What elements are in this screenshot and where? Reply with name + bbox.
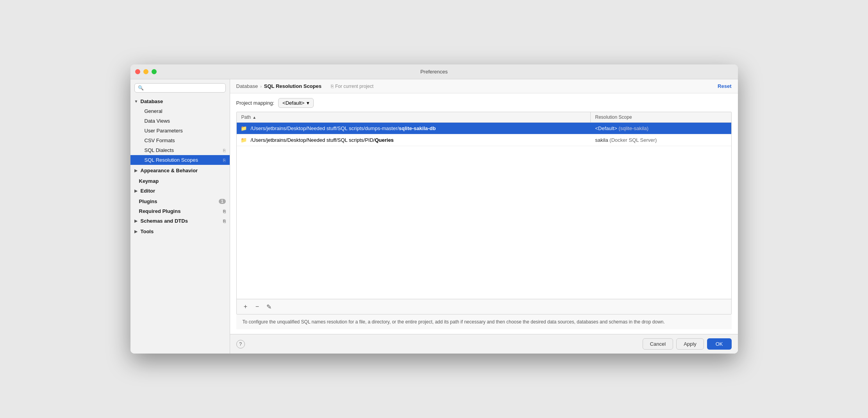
nav-section-database: ▼ Database General Data Views User Param…	[130, 96, 230, 165]
nav-section-appearance: ▶ Appearance & Behavior	[130, 166, 230, 175]
search-input[interactable]	[146, 85, 222, 91]
scope-paren: (Docker SQL Server)	[609, 137, 657, 143]
path-bold: sqlite-sakila-db	[399, 125, 436, 131]
sidebar-item-required-plugins[interactable]: Required Plugins ⎘	[130, 206, 230, 216]
copy-icon: ⎘	[223, 158, 226, 163]
table-row[interactable]: 📁 /Users/jetbrains/Desktop/Needed stuff/…	[237, 134, 731, 146]
sidebar-item-label: Schemas and DTDs	[141, 218, 188, 224]
edit-button[interactable]: ✎	[264, 302, 274, 312]
footer-actions: Cancel Apply OK	[643, 338, 732, 350]
for-current-project: ⎘ For current project	[331, 84, 373, 89]
sidebar-item-label: User Parameters	[145, 128, 183, 134]
add-button[interactable]: +	[241, 302, 251, 312]
project-icon: ⎘	[331, 84, 334, 89]
copy-icon: ⎘	[223, 209, 226, 214]
for-project-label: For current project	[335, 84, 373, 89]
cancel-button[interactable]: Cancel	[643, 338, 673, 350]
ok-button[interactable]: OK	[707, 338, 732, 350]
sidebar-item-general[interactable]: General	[130, 106, 230, 116]
sidebar-item-data-views[interactable]: Data Views	[130, 116, 230, 126]
project-mapping-value: <Default>	[282, 100, 304, 106]
th-path: Path ▲	[237, 112, 591, 122]
maximize-button[interactable]	[152, 69, 157, 74]
table-header: Path ▲ Resolution Scope	[237, 112, 731, 123]
titlebar: Preferences	[130, 64, 738, 79]
minimize-button[interactable]	[143, 69, 148, 74]
resolution-table: Path ▲ Resolution Scope 📁 /Users/jetbra	[236, 112, 732, 314]
nav-section-editor: ▶ Editor	[130, 186, 230, 196]
footer: ? Cancel Apply OK	[230, 334, 738, 354]
sidebar-item-sql-dialects[interactable]: SQL Dialects ⎘	[130, 145, 230, 155]
sidebar-item-editor[interactable]: ▶ Editor	[130, 186, 230, 196]
breadcrumb: Database › SQL Resolution Scopes	[236, 83, 321, 89]
help-text: To configure the unqualified SQL names r…	[236, 314, 732, 329]
project-mapping-select[interactable]: <Default> ▾	[278, 98, 314, 108]
sidebar-item-label: Editor	[141, 188, 155, 194]
sort-asc-icon: ▲	[252, 115, 256, 120]
main-panel: Database › SQL Resolution Scopes ⎘ For c…	[230, 79, 738, 354]
folder-icon: 📁	[237, 137, 249, 143]
sidebar-item-label: CSV Formats	[145, 138, 175, 143]
sidebar-item-csv-formats[interactable]: CSV Formats	[130, 136, 230, 145]
path-base: /Users/jetbrains/Desktop/Needed stuff/SQ…	[251, 137, 375, 143]
sidebar-item-label: Keymap	[139, 178, 159, 184]
content-area: 🔍 ▼ Database General Data Views	[130, 79, 738, 354]
col-scope-label: Resolution Scope	[595, 114, 632, 120]
row-scope: sakila (Docker SQL Server)	[591, 134, 731, 146]
sidebar-item-label: SQL Dialects	[145, 147, 174, 153]
sidebar-item-user-parameters[interactable]: User Parameters	[130, 126, 230, 136]
table-body: 📁 /Users/jetbrains/Desktop/Needed stuff/…	[237, 123, 731, 299]
window-controls	[135, 69, 157, 74]
sidebar-item-label: Data Views	[145, 118, 170, 124]
scope-value: <Default>	[595, 125, 619, 131]
sidebar-item-tools[interactable]: ▶ Tools	[130, 227, 230, 236]
chevron-right-icon: ▶	[134, 189, 139, 193]
search-icon: 🔍	[138, 85, 144, 91]
sidebar-item-label: Tools	[141, 229, 154, 234]
remove-button[interactable]: −	[252, 302, 263, 312]
plugins-badge: 1	[219, 199, 226, 204]
breadcrumb-separator: ›	[260, 84, 262, 89]
sidebar-item-label: Database	[141, 98, 163, 104]
main-body: Project mapping: <Default> ▾ Path ▲ Reso…	[230, 93, 738, 334]
sidebar-item-appearance-behavior[interactable]: ▶ Appearance & Behavior	[130, 166, 230, 175]
sidebar-nav: ▼ Database General Data Views User Param…	[130, 95, 230, 354]
row-scope: <Default> (sqlite-sakila)	[591, 123, 731, 134]
nav-section-tools: ▶ Tools	[130, 227, 230, 236]
chevron-down-icon: ▾	[307, 100, 309, 106]
th-scope: Resolution Scope	[591, 112, 731, 122]
search-box[interactable]: 🔍	[134, 83, 226, 93]
main-header: Database › SQL Resolution Scopes ⎘ For c…	[230, 79, 738, 93]
sidebar-item-schemas-dtds[interactable]: ▶ Schemas and DTDs ⎘	[130, 216, 230, 226]
project-mapping-row: Project mapping: <Default> ▾	[236, 98, 732, 108]
sidebar-item-sql-resolution-scopes[interactable]: SQL Resolution Scopes ⎘	[130, 155, 230, 165]
sidebar-item-plugins[interactable]: Plugins 1	[130, 196, 230, 206]
sidebar-item-label: Appearance & Behavior	[141, 168, 198, 173]
close-button[interactable]	[135, 69, 140, 74]
row-path: /Users/jetbrains/Desktop/Needed stuff/SQ…	[249, 134, 591, 146]
sidebar-item-keymap[interactable]: Keymap	[130, 176, 230, 186]
sidebar: 🔍 ▼ Database General Data Views	[130, 79, 230, 354]
folder-icon: 📁	[237, 125, 249, 131]
breadcrumb-current: SQL Resolution Scopes	[264, 83, 321, 89]
help-button[interactable]: ?	[236, 340, 245, 348]
scope-value: sakila	[595, 137, 610, 143]
sidebar-item-database[interactable]: ▼ Database	[130, 96, 230, 106]
table-row[interactable]: 📁 /Users/jetbrains/Desktop/Needed stuff/…	[237, 123, 731, 134]
apply-button[interactable]: Apply	[676, 338, 704, 350]
col-path-label: Path	[241, 114, 251, 120]
scope-paren: (sqlite-sakila)	[619, 125, 649, 131]
nav-section-schemas: ▶ Schemas and DTDs ⎘	[130, 216, 230, 226]
sidebar-item-label: SQL Resolution Scopes	[145, 157, 198, 163]
table-toolbar: + − ✎	[237, 299, 731, 314]
project-mapping-label: Project mapping:	[236, 100, 275, 106]
chevron-right-icon: ▶	[134, 229, 139, 234]
sidebar-item-label: General	[145, 108, 163, 114]
copy-icon: ⎘	[223, 219, 226, 223]
reset-button[interactable]: Reset	[718, 83, 731, 89]
path-bold: Queries	[375, 137, 393, 143]
path-base: /Users/jetbrains/Desktop/Needed stuff/SQ…	[251, 125, 399, 131]
chevron-down-icon: ▼	[134, 99, 139, 104]
copy-icon: ⎘	[223, 148, 226, 153]
sidebar-item-label: Required Plugins	[139, 208, 181, 214]
